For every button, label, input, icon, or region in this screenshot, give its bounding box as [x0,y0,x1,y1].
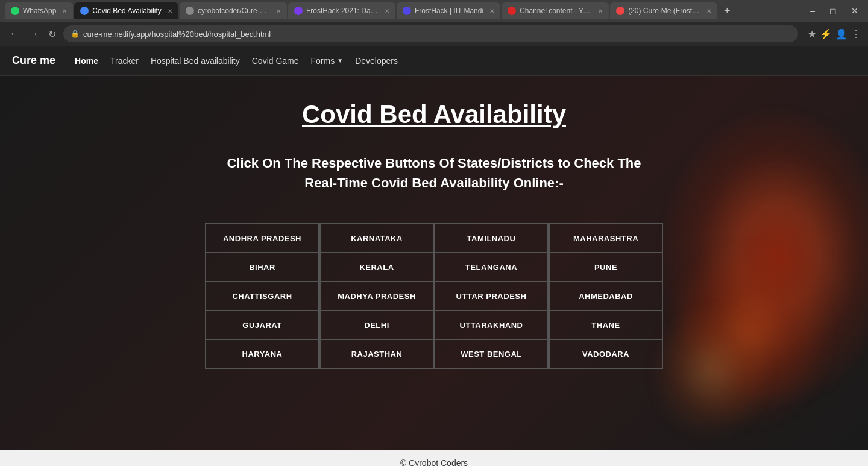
state-button-kerala[interactable]: KERALA [320,253,433,282]
state-column-1: KARNATAKAKERALAMADHYA PRADESHDELHIRAJAST… [319,223,434,369]
state-button-rajasthan[interactable]: RAJASTHAN [320,339,433,368]
browser-tab-tab-2[interactable]: Covid Bed Availability ✕ [74,2,178,19]
state-button-pune[interactable]: PUNE [549,253,662,282]
state-button-gujarat[interactable]: GUJARAT [206,310,319,339]
forward-button[interactable]: → [27,26,41,42]
main-content: Covid Bed Availability Click On The Resp… [0,76,868,450]
brand-logo[interactable]: Cure me [12,54,55,67]
state-button-andhra-pradesh[interactable]: ANDHRA PRADESH [206,224,319,253]
lock-icon: 🔒 [71,30,80,38]
tab-close-icon[interactable]: ✕ [598,8,603,14]
reload-button[interactable]: ↻ [46,26,58,42]
browser-tab-tab-7[interactable]: (20) Cure-Me (Frost H... ✕ [610,2,717,19]
state-button-karnataka[interactable]: KARNATAKA [320,224,433,253]
tab-close-icon[interactable]: ✕ [385,8,389,14]
footer: © Cyrobot Coders [0,450,868,466]
extensions-icon[interactable]: ⚡ [820,28,832,40]
subtitle: Click On The Respective Buttons Of State… [217,153,651,193]
nav-link-developers[interactable]: Developers [355,54,398,68]
state-button-thane[interactable]: THANE [549,310,662,339]
browser-tab-tab-3[interactable]: cyrobotcoder/Cure-m... ✕ [180,2,287,19]
menu-icon[interactable]: ⋮ [851,28,861,40]
url-box[interactable]: 🔒 cure-me.netlify.app/hospital%20bed/hos… [63,25,798,42]
nav-link-tracker[interactable]: Tracker [110,54,139,68]
state-button-maharashtra[interactable]: MAHARASHTRA [549,224,662,253]
close-button[interactable]: ✕ [846,4,863,18]
state-button-uttarakhand[interactable]: UTTARAKHAND [435,310,548,339]
state-button-haryana[interactable]: HARYANA [206,339,319,368]
minimize-button[interactable]: – [805,4,820,18]
new-tab-button[interactable]: + [719,2,735,19]
nav-link-covid-game[interactable]: Covid Game [252,54,299,68]
state-button-tamilnadu[interactable]: TAMILNADU [435,224,548,253]
tab-close-icon[interactable]: ✕ [168,8,172,14]
tab-close-icon[interactable]: ✕ [276,8,281,14]
content-container: Covid Bed Availability Click On The Resp… [102,76,766,393]
state-button-uttar-pradesh[interactable]: UTTAR PRADESH [435,282,548,310]
tab-close-icon[interactable]: ✕ [489,8,494,14]
window-controls: – ◻ ✕ [805,4,863,18]
state-button-madhya-pradesh[interactable]: MADHYA PRADESH [320,282,433,310]
tab-close-icon[interactable]: ✕ [706,8,711,14]
footer-text: © Cyrobot Coders [400,458,468,466]
page-title: Covid Bed Availability [115,100,753,129]
app-navbar: Cure me HomeTrackerHospital Bed availabi… [0,46,868,76]
state-column-3: MAHARASHTRAPUNEAHMEDABADTHANEVADODARA [549,223,663,369]
browser-tab-tab-5[interactable]: FrostHack | IIT Mandi ✕ [397,2,500,19]
browser-chrome: WhatsApp ✕ Covid Bed Availability ✕ cyro… [0,0,868,46]
browser-tab-tab-6[interactable]: Channel content - Yo... ✕ [502,2,609,19]
address-actions: ★ ⚡ 👤 ⋮ [808,28,861,40]
restore-button[interactable]: ◻ [825,4,841,18]
browser-tab-tab-1[interactable]: WhatsApp ✕ [5,2,73,19]
tab-close-icon[interactable]: ✕ [62,8,67,14]
url-text: cure-me.netlify.app/hospital%20bed/hospi… [83,30,271,39]
bookmark-icon[interactable]: ★ [808,28,816,40]
browser-tab-tab-4[interactable]: FrostHack 2021: Dash... ✕ [288,2,395,19]
state-button-west-bengal[interactable]: WEST BENGAL [435,339,548,368]
back-button[interactable]: ← [7,26,22,42]
nav-link-home[interactable]: Home [75,54,98,68]
state-button-telangana[interactable]: TELANGANA [435,253,548,282]
address-bar: ← → ↻ 🔒 cure-me.netlify.app/hospital%20b… [0,22,868,46]
state-button-delhi[interactable]: DELHI [320,310,433,339]
states-grid: ANDHRA PRADESHBIHARCHATTISGARHGUJARATHAR… [115,223,753,369]
state-button-ahmedabad[interactable]: AHMEDABAD [549,282,662,310]
state-button-bihar[interactable]: BIHAR [206,253,319,282]
state-button-chattisgarh[interactable]: CHATTISGARH [206,282,319,310]
state-column-2: TAMILNADUTELANGANAUTTAR PRADESHUTTARAKHA… [434,223,549,369]
nav-link-forms[interactable]: Forms ▼ [311,56,344,66]
nav-link-hospital-bed-availability[interactable]: Hospital Bed availability [151,54,240,68]
profile-icon[interactable]: 👤 [835,28,848,40]
state-column-0: ANDHRA PRADESHBIHARCHATTISGARHGUJARATHAR… [205,223,319,369]
state-button-vadodara[interactable]: VADODARA [549,339,662,368]
tab-bar: WhatsApp ✕ Covid Bed Availability ✕ cyro… [0,0,868,22]
